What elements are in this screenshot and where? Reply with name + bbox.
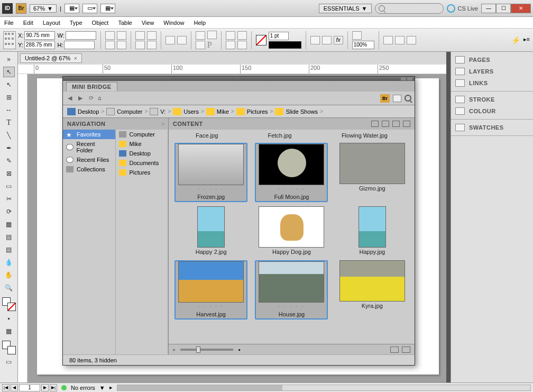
align-icon1[interactable] [226, 31, 235, 40]
thumbnail[interactable]: · · · · ·House.jpg [255, 260, 328, 320]
nav-item[interactable]: Collections [63, 165, 115, 174]
layers-panel[interactable]: LAYERS [451, 66, 533, 77]
selection-tool[interactable]: ↖ [3, 67, 15, 77]
rotate-ccw-icon[interactable] [135, 31, 145, 40]
scale-x-icon[interactable] [105, 31, 115, 40]
breadcrumb-item[interactable]: Users [173, 108, 199, 115]
chevron-icon[interactable]: > [320, 108, 323, 114]
maximize-button[interactable]: ☐ [496, 4, 511, 13]
align-icon2[interactable] [226, 41, 235, 49]
mini-bridge-tab[interactable]: MINI BRIDGE [66, 82, 117, 91]
horizontal-scrollbar[interactable] [117, 385, 531, 391]
nav-item[interactable]: Documents [116, 158, 168, 168]
fx-icon[interactable]: fx [334, 36, 343, 44]
chevron-icon[interactable]: > [270, 108, 273, 114]
first-page-icon[interactable]: |◀ [2, 384, 10, 391]
fill-stroke-swatch[interactable] [2, 297, 16, 311]
rating-dots[interactable]: · · · · · [279, 185, 305, 193]
h-input[interactable] [64, 41, 95, 49]
gradient-feather-tool[interactable]: ▤ [3, 232, 15, 242]
bridge-icon[interactable]: Br [16, 3, 26, 14]
menu-table[interactable]: Table [118, 20, 132, 26]
menu-view[interactable]: View [142, 20, 154, 26]
corner-icon2[interactable] [196, 41, 205, 49]
thumbnail[interactable]: · · · · ·Full Moon.jpg [255, 143, 328, 202]
menu-type[interactable]: Type [70, 20, 82, 26]
document-tab[interactable]: Untitled-2 @ 67%× [20, 53, 82, 63]
opacity-input[interactable] [352, 41, 374, 49]
forward-icon[interactable]: ▶ [77, 95, 84, 102]
thumbnail[interactable]: Happy.jpg [336, 206, 409, 256]
menu-help[interactable]: Help [194, 20, 206, 26]
select-container-icon[interactable] [166, 36, 175, 44]
fit-icon1[interactable] [383, 36, 393, 44]
collapse-icon[interactable] [401, 77, 406, 80]
screen-mode-dropdown[interactable]: ▭ [82, 4, 97, 13]
select-content-icon[interactable] [177, 36, 187, 44]
swatches-panel[interactable]: SWATCHES [451, 122, 533, 133]
pencil-tool[interactable]: ✎ [3, 156, 15, 166]
place-icon[interactable] [403, 121, 410, 127]
links-panel[interactable]: LINKS [451, 77, 533, 89]
page-input[interactable] [19, 384, 40, 391]
colour-panel[interactable]: COLOUR [451, 105, 533, 117]
flip-v-icon[interactable] [147, 41, 157, 49]
rotate-icon[interactable] [117, 31, 126, 40]
stroke-style-swatch[interactable] [269, 41, 301, 49]
close-button[interactable]: ✕ [511, 4, 531, 13]
thumb-larger-icon[interactable]: ▪ [238, 347, 241, 353]
loop-icon[interactable]: ⟳ [87, 95, 95, 102]
direct-selection-tool[interactable]: ↖ [3, 79, 15, 90]
last-page-icon[interactable]: ▶| [50, 384, 57, 391]
text-wrap-icon1[interactable] [352, 31, 362, 40]
arrange-dropdown[interactable]: ▦ [100, 4, 115, 13]
sort-icon[interactable] [371, 121, 379, 127]
breadcrumb-item[interactable]: Mike [206, 108, 229, 115]
pages-panel[interactable]: PAGES [451, 54, 533, 66]
preflight-status-text[interactable]: No errors [71, 385, 95, 391]
nav-close-icon[interactable]: × [161, 121, 165, 127]
thumbnail[interactable]: Happy Dog.jpg [255, 206, 328, 256]
quick-apply-icon[interactable]: ⚡ [511, 36, 520, 44]
fit-icon2[interactable] [395, 36, 405, 44]
scissors-tool[interactable]: ✂ [3, 194, 15, 204]
p-icon[interactable]: P [207, 40, 217, 50]
reference-point-icon[interactable] [3, 31, 16, 49]
status-menu-icon[interactable]: ▼ [99, 385, 105, 391]
y-input[interactable] [24, 41, 55, 49]
search-icon[interactable] [405, 95, 411, 102]
collapse-icon[interactable]: » [3, 54, 15, 65]
zoom-tool[interactable]: 🔍 [3, 282, 15, 293]
type-tool[interactable]: T [3, 117, 15, 128]
wrap-icon[interactable] [322, 36, 332, 44]
go-to-bridge-icon[interactable]: Br [380, 94, 390, 103]
fit-icon3[interactable] [407, 36, 416, 44]
panel-close-icon[interactable] [407, 77, 412, 80]
apply-gradient-icon[interactable]: ▦ [3, 326, 15, 336]
thumbnail[interactable]: Happy 2.jpg [174, 206, 247, 256]
gap-tool[interactable]: ↔ [3, 105, 15, 115]
tab-close-icon[interactable]: × [73, 55, 77, 61]
panel-dock[interactable] [446, 52, 451, 382]
panel-menu-icon[interactable]: ▸≡ [523, 36, 530, 44]
prev-page-icon[interactable]: ◀ [11, 384, 18, 391]
x-input[interactable] [24, 31, 55, 40]
preflight-status-icon[interactable] [61, 385, 67, 390]
next-page-icon[interactable]: ▶ [41, 384, 49, 391]
nav-item[interactable]: Desktop [116, 149, 168, 158]
horizontal-ruler[interactable]: 0 50 100 150 200 250 300 [18, 65, 446, 74]
thumb-smaller-icon[interactable]: ▫ [173, 347, 175, 353]
page-tool[interactable]: ⊞ [3, 92, 15, 103]
apply-color-icon[interactable]: ▪ [3, 313, 15, 324]
transform-tool[interactable]: ⟳ [3, 206, 15, 217]
thumbnail[interactable]: · · · · ·Frozen.jpg [174, 143, 247, 202]
menu-object[interactable]: Object [92, 20, 109, 26]
corner-icon[interactable] [196, 31, 205, 40]
rating-dots[interactable]: · · · · · [279, 303, 305, 310]
chevron-icon[interactable]: > [145, 108, 148, 114]
line-tool[interactable]: ╲ [3, 130, 15, 141]
menu-file[interactable]: File [4, 20, 14, 26]
chevron-icon[interactable]: > [201, 108, 204, 114]
rotate-cw-icon[interactable] [135, 41, 145, 49]
cs-live-button[interactable]: CS Live [447, 4, 478, 13]
